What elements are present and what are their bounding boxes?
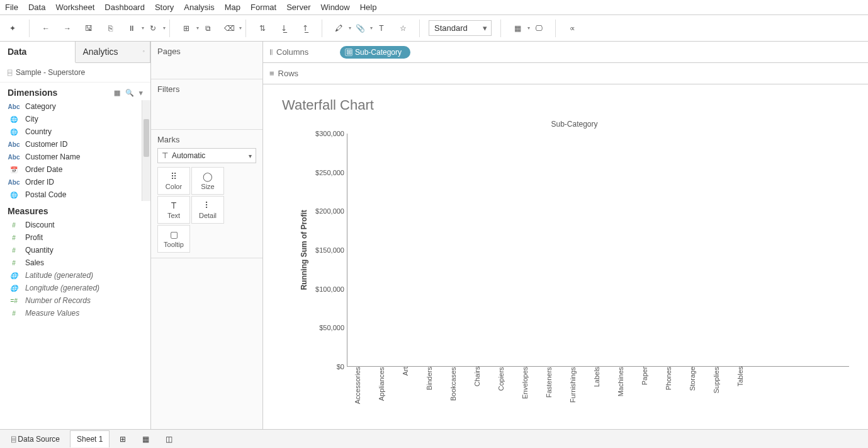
x-label: Tables xyxy=(736,367,757,406)
rows-shelf[interactable]: ≡Rows xyxy=(263,63,868,84)
text-button[interactable]: T xyxy=(374,21,389,36)
field-discount[interactable]: #Discount xyxy=(0,219,150,231)
tab-sheet1[interactable]: Sheet 1 xyxy=(70,430,110,445)
hash-icon: # xyxy=(8,247,20,254)
columns-pill-subcategory[interactable]: ⊞ Sub-Category xyxy=(340,46,410,59)
new-worksheet-tab[interactable]: ⊞ xyxy=(113,431,132,446)
hash-icon: # xyxy=(8,310,20,317)
redo-button[interactable]: → xyxy=(60,21,75,36)
mark-detail[interactable]: ⠇Detail xyxy=(191,196,224,224)
field-category[interactable]: AbcCategory xyxy=(0,100,150,113)
field-quantity[interactable]: #Quantity xyxy=(0,244,150,256)
columns-icon: ⦀ xyxy=(269,47,273,57)
menu-worksheet[interactable]: Worksheet xyxy=(55,3,94,12)
tab-datasource[interactable]: ⌸ Data Source xyxy=(5,431,66,446)
field-sales[interactable]: #Sales xyxy=(0,256,150,269)
dimensions-list: AbcCategory 🌐City 🌐Country AbcCustomer I… xyxy=(0,100,150,201)
menu-map[interactable]: Map xyxy=(225,3,240,12)
tab-data[interactable]: Data xyxy=(0,42,76,63)
field-customer-id[interactable]: AbcCustomer ID xyxy=(0,138,150,151)
detail-icon: ⠇ xyxy=(205,200,211,210)
columns-shelf[interactable]: ⦀Columns ⊞ Sub-Category xyxy=(263,42,868,63)
field-profit[interactable]: #Profit xyxy=(0,231,150,244)
field-customer-name[interactable]: AbcCustomer Name xyxy=(0,151,150,163)
menu-dashboard[interactable]: Dashboard xyxy=(104,3,145,12)
data-pane: Data Analytics◦ Sample - Superstore Dime… xyxy=(0,42,151,445)
viz-title[interactable]: Waterfall Chart xyxy=(282,97,849,113)
date-icon: 📅 xyxy=(8,166,20,173)
x-label: Paper xyxy=(641,367,661,406)
sort-desc-button[interactable]: ↑̲ xyxy=(298,21,313,36)
field-number-of-records[interactable]: =#Number of Records xyxy=(0,294,150,307)
field-city[interactable]: 🌐City xyxy=(0,113,150,125)
refresh-button[interactable]: ↻ xyxy=(145,21,161,36)
new-story-tab[interactable]: ◫ xyxy=(159,431,179,446)
group-button[interactable]: 📎 xyxy=(352,21,368,36)
share-button[interactable]: ∝ xyxy=(565,21,580,36)
filters-shelf[interactable]: Filters xyxy=(151,79,262,130)
field-country[interactable]: 🌐Country xyxy=(0,125,150,138)
mark-type-dropdown[interactable]: ⊤ Automatic xyxy=(157,148,256,163)
menu-data[interactable]: Data xyxy=(28,3,45,12)
bars-container xyxy=(347,134,849,367)
side-tabs: Data Analytics◦ xyxy=(0,42,150,63)
highlight-button[interactable]: 🖍 xyxy=(331,21,346,36)
field-longitude[interactable]: 🌐Longitude (generated) xyxy=(0,282,150,294)
scrollbar[interactable] xyxy=(142,100,150,201)
toolbar: ✦ ← → 🖫 ⎘ ⏸ ↻ ⊞ ⧉ ⌫ ⇅ ↓̲ ↑̲ 🖍 📎 T ☆ Stan… xyxy=(0,15,868,42)
mark-color[interactable]: ⠿Color xyxy=(157,167,190,195)
field-measure-values[interactable]: #Measure Values xyxy=(0,307,150,319)
view-data-icon[interactable]: ▦ xyxy=(114,89,120,97)
y-tick: $100,000 xyxy=(315,285,344,293)
scrollbar-thumb[interactable] xyxy=(144,119,149,157)
tableau-logo-icon[interactable]: ✦ xyxy=(5,21,20,36)
new-dashboard-tab[interactable]: ▦ xyxy=(136,431,155,446)
menu-file[interactable]: File xyxy=(5,3,18,12)
tab-analytics[interactable]: Analytics◦ xyxy=(76,42,151,62)
new-worksheet-button[interactable]: ⊞ xyxy=(179,21,194,36)
duplicate-button[interactable]: ⧉ xyxy=(200,21,215,36)
x-axis: AccessoriesAppliancesArtBindersBookcases… xyxy=(350,367,849,406)
y-tick: $250,000 xyxy=(315,169,344,176)
globe-icon: 🌐 xyxy=(8,192,20,198)
pages-shelf[interactable]: Pages xyxy=(151,42,262,79)
field-order-id[interactable]: AbcOrder ID xyxy=(0,176,150,188)
field-latitude[interactable]: 🌐Latitude (generated) xyxy=(0,269,150,282)
presentation-button[interactable]: 🖵 xyxy=(531,21,546,36)
show-cards-button[interactable]: ▦ xyxy=(510,21,525,36)
new-datasource-button[interactable]: ⎘ xyxy=(103,21,118,36)
menu-analysis[interactable]: Analysis xyxy=(184,3,214,12)
menu-story[interactable]: Story xyxy=(155,3,174,12)
menu-format[interactable]: Format xyxy=(251,3,276,12)
save-button[interactable]: 🖫 xyxy=(81,21,96,36)
undo-button[interactable]: ← xyxy=(38,21,54,36)
x-label: Bookcases xyxy=(449,367,470,406)
chart-column-header: Sub-Category xyxy=(300,120,849,129)
datasource-item[interactable]: Sample - Superstore xyxy=(0,63,150,83)
mark-text[interactable]: TText xyxy=(157,196,190,224)
pause-button[interactable]: ⏸ xyxy=(124,21,139,36)
chart: Sub-Category Running Sum of Profit $0$50… xyxy=(300,120,849,422)
pin-button[interactable]: ☆ xyxy=(395,21,410,36)
menu-help[interactable]: Help xyxy=(360,3,377,12)
clear-button[interactable]: ⌫ xyxy=(222,21,237,36)
menu-window[interactable]: Window xyxy=(320,3,349,12)
mark-tooltip[interactable]: ▢Tooltip xyxy=(157,225,190,253)
dropdown-icon[interactable]: ▾ xyxy=(139,89,143,97)
marks-shelf: Marks ⊤ Automatic ⠿Color ◯Size TText ⠇De… xyxy=(151,130,262,258)
y-tick: $200,000 xyxy=(315,207,344,215)
y-axis: $0$50,000$100,000$150,000$200,000$250,00… xyxy=(312,134,347,367)
abc-icon: Abc xyxy=(8,141,20,148)
field-order-date[interactable]: 📅Order Date xyxy=(0,163,150,176)
field-postal-code[interactable]: 🌐Postal Code xyxy=(0,188,150,201)
globe-icon: 🌐 xyxy=(8,116,20,123)
swap-button[interactable]: ⇅ xyxy=(255,21,270,36)
menu-server[interactable]: Server xyxy=(286,3,310,12)
fit-dropdown[interactable]: Standard xyxy=(429,20,492,36)
expand-icon[interactable]: ⊞ xyxy=(345,49,352,56)
sort-asc-button[interactable]: ↓̲ xyxy=(276,21,291,36)
mark-size[interactable]: ◯Size xyxy=(191,167,224,195)
x-label: Accessories xyxy=(354,367,374,406)
measures-list: #Discount #Profit #Quantity #Sales 🌐Lati… xyxy=(0,219,150,319)
search-icon[interactable]: 🔍 xyxy=(125,89,134,97)
